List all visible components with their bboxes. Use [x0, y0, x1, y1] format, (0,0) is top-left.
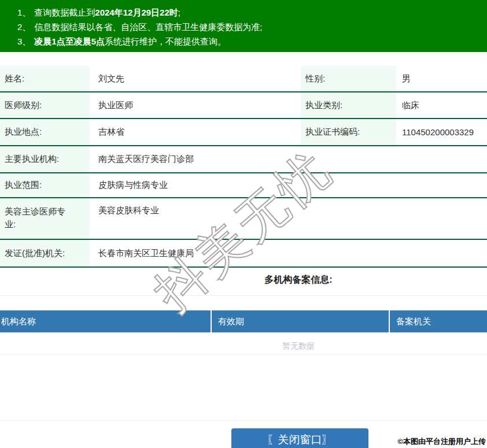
practice-location-label: 执业地点: — [0, 119, 90, 145]
divider — [0, 420, 487, 421]
table-row-main-institution: 主要执业机构: 南关蓝天医疗美容门诊部 — [0, 146, 487, 173]
notice-line-3: 3、凌晨1点至凌晨5点系统进行维护，不能提供查询。 — [17, 34, 481, 49]
column-header-institution-name: 机构名称 — [0, 310, 212, 332]
cosmetic-specialty-value: 美容皮肤科专业 — [90, 198, 159, 239]
table-row-cosmetic-specialty: 美容主诊医师专业: 美容皮肤科专业 — [0, 198, 487, 240]
notice-line-3-bold: 凌晨1点至凌晨5点 — [34, 36, 105, 46]
notice-line-3-suffix: 系统进行维护，不能提供查询。 — [105, 36, 226, 46]
notice-line-1-bold: 2024年12月29日22时 — [95, 8, 178, 17]
gender-value: 男 — [396, 73, 487, 84]
name-label: 姓名: — [0, 66, 90, 91]
doctor-level-value: 执业医师 — [90, 100, 301, 111]
notice-line-2-text: 信息数据结果以各省、自治区、直辖市卫生健康委数据为准; — [34, 22, 262, 32]
notice-line-1-text: 查询数据截止到 — [34, 8, 95, 17]
certificate-number-label: 执业证书编码: — [301, 119, 396, 145]
notice-line-2-number: 2、 — [17, 22, 31, 32]
notice-line-1-suffix: ; — [178, 8, 180, 17]
practice-category-label: 执业类别: — [301, 92, 396, 118]
table-row-level-category: 医师级别: 执业医师 执业类别: 临床 — [0, 92, 487, 119]
close-window-button[interactable]: 〖关闭窗口〗 — [231, 428, 368, 448]
divider — [0, 354, 487, 355]
column-header-validity-period: 有效期 — [212, 310, 390, 332]
notice-banner: 1、查询数据截止到2024年12月29日22时; 2、信息数据结果以各省、自治区… — [0, 0, 487, 52]
notice-line-3-number: 3、 — [17, 36, 31, 46]
doctor-level-label: 医师级别: — [0, 92, 90, 118]
column-header-record-authority: 备案机关 — [390, 310, 487, 332]
no-data-placeholder: 暂无数据 — [0, 338, 487, 354]
certificate-number-value: 110450200003329 — [396, 127, 487, 137]
notice-line-1: 1、查询数据截止到2024年12月29日22时; — [17, 5, 481, 20]
name-value: 刘文先 — [90, 73, 301, 84]
table-row-location-cert: 执业地点: 吉林省 执业证书编码: 110450200003329 — [0, 119, 487, 146]
issuing-authority-value: 长春市南关区卫生健康局 — [90, 248, 194, 259]
cosmetic-specialty-label: 美容主诊医师专业: — [0, 198, 90, 239]
notice-line-1-number: 1、 — [17, 8, 31, 17]
table-row-issuing-authority: 发证(批准)机关: 长春市南关区卫生健康局 — [0, 240, 487, 268]
table-row-name-gender: 姓名: 刘文先 性别: 男 — [0, 66, 487, 92]
issuing-authority-label: 发证(批准)机关: — [0, 240, 90, 266]
notice-line-2: 2、信息数据结果以各省、自治区、直辖市卫生健康委数据为准; — [17, 20, 481, 34]
practitioner-info-table: 姓名: 刘文先 性别: 男 医师级别: 执业医师 执业类别: 临床 执业地点: … — [0, 66, 487, 268]
main-institution-value: 南关蓝天医疗美容门诊部 — [90, 154, 194, 165]
practice-scope-value: 皮肤病与性病专业 — [90, 180, 168, 191]
main-institution-label: 主要执业机构: — [0, 146, 90, 172]
practice-scope-label: 执业范围: — [0, 173, 90, 197]
multi-org-table-header: 机构名称 有效期 备案机关 — [0, 310, 487, 332]
uploader-credit-watermark: ©本图由平台注册用户上传 — [397, 436, 486, 447]
divider — [0, 295, 487, 296]
multi-org-section-title: 多机构备案信息: — [0, 274, 487, 286]
practice-location-value: 吉林省 — [90, 127, 301, 138]
table-row-practice-scope: 执业范围: 皮肤病与性病专业 — [0, 173, 487, 198]
gender-label: 性别: — [301, 66, 396, 91]
practice-category-value: 临床 — [396, 100, 487, 111]
